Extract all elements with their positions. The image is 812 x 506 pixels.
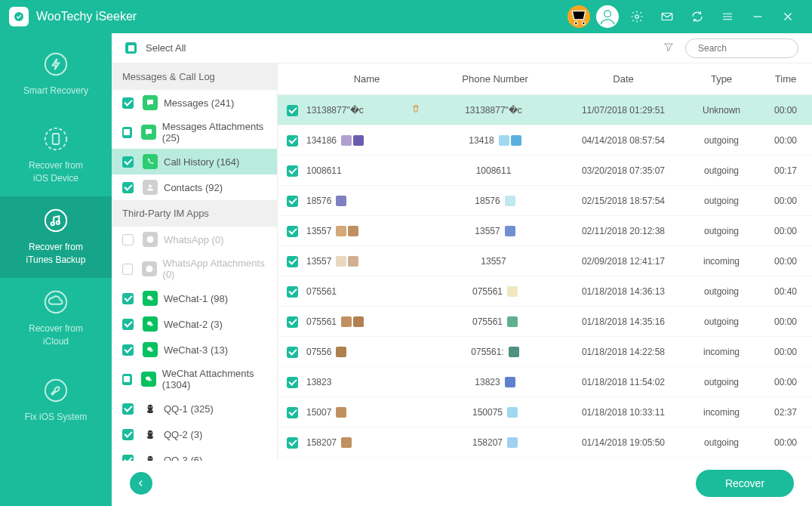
tree-checkbox[interactable] [122,97,134,109]
svg-point-28 [149,406,149,407]
tree-item-label: Call History (164) [164,156,239,168]
svg-point-19 [149,298,153,301]
back-button[interactable] [130,472,152,495]
cart-button[interactable] [567,5,590,28]
table-row[interactable]: 07556075561:01/18/2018 14:22:58incoming0… [278,337,812,367]
tree-checkbox[interactable] [122,344,134,356]
sidebar-item[interactable]: Smart Recovery [0,33,112,115]
table-row[interactable]: 135571355702/11/2018 20:12:38outgoing00:… [278,216,812,246]
footer: Recover [112,461,812,506]
cell-type: outgoing [684,316,759,327]
cell-type: outgoing [684,226,759,236]
tree-checkbox[interactable] [122,234,134,245]
mail-icon[interactable] [657,6,678,27]
table-row[interactable]: 07556107556101/18/2018 14:36:13outgoing0… [278,276,812,307]
table-row[interactable]: 1008611100861103/20/2018 07:35:07outgoin… [278,156,812,186]
cell-time: 00:00 [759,105,812,116]
tree-item-label: WeChat-1 (98) [164,293,228,304]
tree-item[interactable]: Messages Attachments (25) [112,116,277,149]
row-checkbox[interactable] [287,226,298,237]
cell-phone: 13418 [469,135,494,146]
tree-checkbox[interactable] [122,429,134,440]
app-title: WooTechy iSeeker [36,10,137,23]
row-checkbox[interactable] [287,347,298,358]
tree-checkbox[interactable] [122,293,134,304]
col-name: Name [306,73,427,85]
table-row[interactable]: 15820715820701/14/2018 19:05:50outgoing0… [278,427,812,458]
row-checkbox[interactable] [287,196,298,207]
tree-item[interactable]: QQ-1 (325) [112,396,277,421]
cell-time: 00:00 [759,347,812,357]
search-box[interactable] [685,39,798,58]
search-input[interactable] [698,43,811,54]
cell-date: 01/18/2018 10:33:11 [563,407,684,418]
minimize-icon[interactable] [747,6,768,27]
select-all-checkbox[interactable] [125,42,137,54]
tree-item-icon [143,232,158,247]
tree-item-label: QQ-3 (6) [164,455,202,461]
tree-item-label: QQ-2 (3) [164,429,202,440]
row-checkbox[interactable] [287,286,298,298]
table-row[interactable]: 185761857602/15/2018 18:57:54outgoing00:… [278,186,812,216]
menu-icon[interactable] [717,6,738,27]
tree-checkbox[interactable] [122,182,134,193]
tree-checkbox[interactable] [122,319,134,330]
tree-item-label: WhatsApp Attachments (0) [163,258,266,280]
table-row[interactable]: 07556107556101/18/2018 14:35:16outgoing0… [278,307,812,337]
user-button[interactable] [596,5,619,28]
cell-type: incoming [684,407,759,418]
table-row[interactable]: 13138877"�c13138877"�c11/07/2018 01:29:5… [278,95,812,125]
delete-icon[interactable] [411,103,421,116]
tree-item-label: WeChat-3 (13) [164,344,228,356]
cell-phone: 075561 [472,286,503,297]
sidebar-item[interactable]: Recover fromiCloud [0,278,112,359]
tree-item[interactable]: Messages (241) [112,90,277,116]
tree-item[interactable]: QQ-3 (6) [112,447,277,461]
tree-item[interactable]: WeChat-2 (3) [112,311,277,337]
row-checkbox[interactable] [287,316,298,328]
tree-checkbox[interactable] [122,156,134,168]
filter-icon[interactable] [663,41,675,56]
table-row[interactable]: 138231382301/18/2018 11:54:02outgoing00:… [278,367,812,397]
table-row[interactable]: 1341861341804/14/2018 08:57:54outgoing00… [278,125,812,156]
sidebar-item[interactable]: Recover fromiOS Device [0,115,112,196]
tree-item-label: Messages (241) [164,97,234,109]
cell-name: 13823 [306,377,331,387]
row-checkbox[interactable] [287,407,298,418]
recover-button[interactable]: Recover [696,470,794,497]
row-checkbox[interactable] [287,165,298,177]
refresh-icon[interactable] [687,6,708,27]
cell-name: 13557 [306,226,331,236]
svg-point-21 [149,323,153,326]
settings-icon[interactable] [626,6,647,27]
cell-phone: 13138877"�c [465,105,522,116]
row-checkbox[interactable] [287,135,298,147]
tree-checkbox[interactable] [122,264,133,275]
tree-item[interactable]: WeChat-3 (13) [112,337,277,363]
sidebar: Smart RecoveryRecover fromiOS DeviceReco… [0,33,112,506]
content-topbar: Select All [112,33,812,63]
tree-item[interactable]: QQ-2 (3) [112,421,277,447]
table-row[interactable]: 135571355702/09/2018 12:41:17incoming00:… [278,246,812,276]
tree-checkbox[interactable] [122,403,134,415]
tree-checkbox[interactable] [122,127,132,138]
sidebar-item[interactable]: Fix iOS System [0,359,112,441]
tree-checkbox[interactable] [122,374,132,385]
tree-item[interactable]: Contacts (92) [112,174,277,200]
table-row[interactable]: 1500715007501/18/2018 10:33:11incoming02… [278,397,812,427]
row-checkbox[interactable] [287,256,298,267]
tree-item[interactable]: WeChat-1 (98) [112,285,277,311]
tree-item-icon [143,154,158,169]
tree-item[interactable]: Call History (164) [112,149,277,174]
row-checkbox[interactable] [287,437,298,449]
tree-item[interactable]: WhatsApp Attachments (0) [112,252,277,285]
row-checkbox[interactable] [287,377,298,388]
svg-point-4 [635,15,639,19]
tree-checkbox[interactable] [122,455,134,461]
tree-item[interactable]: WeChat Attachments (1304) [112,363,277,396]
close-icon[interactable] [777,6,798,27]
tree-item[interactable]: WhatsApp (0) [112,227,277,252]
row-checkbox[interactable] [287,105,298,116]
cell-phone: 075561 [472,316,503,327]
sidebar-item[interactable]: Recover fromiTunes Backup [0,196,112,278]
